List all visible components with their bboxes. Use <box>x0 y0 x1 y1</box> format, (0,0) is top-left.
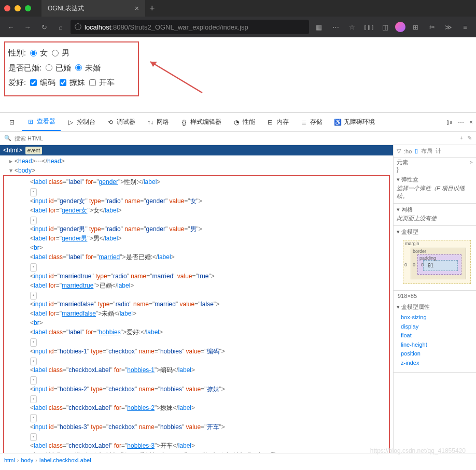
hobby-3-text: 开车 <box>99 75 115 90</box>
overflow-icon[interactable]: ≫ <box>442 20 455 34</box>
grid-section: ▾ 网格 此页面上没有使 <box>394 204 476 226</box>
dom-line[interactable]: <label for="gender女">女</label> <box>4 206 389 215</box>
filter-icon[interactable]: ▽ <box>397 148 401 154</box>
tab-storage[interactable]: ≣存储 <box>295 113 328 131</box>
dom-line[interactable]: • <box>4 215 389 225</box>
dom-body-open[interactable]: ▾<body> <box>0 166 393 175</box>
dom-line[interactable]: <label class="checkboxLabel" for="hobbie… <box>4 441 389 450</box>
dom-line[interactable]: • <box>4 262 389 272</box>
gender-male-radio[interactable] <box>52 50 59 56</box>
dom-line[interactable]: • <box>4 187 389 196</box>
menu-dots-icon[interactable]: ⋯ <box>329 20 342 34</box>
tab-network[interactable]: ↑↓网络 <box>142 113 174 131</box>
minimize-window-button[interactable] <box>15 5 21 11</box>
gender-male-text: 男 <box>62 46 69 61</box>
dom-line[interactable]: • <box>4 290 389 300</box>
rules-tab-compute[interactable]: 计 <box>436 147 441 155</box>
annotation-arrow-icon <box>143 54 205 95</box>
dom-line[interactable]: • <box>4 412 389 422</box>
dom-line[interactable]: • <box>4 432 389 441</box>
dom-line[interactable]: <br> <box>4 318 389 327</box>
hobbies-label: 爱好: <box>8 75 26 90</box>
html-search-input[interactable] <box>15 135 457 141</box>
hobby-3-checkbox[interactable] <box>89 79 96 86</box>
dom-line[interactable]: • <box>4 394 389 404</box>
box-model-prop[interactable]: float <box>401 331 469 340</box>
dom-panel[interactable]: <html> event ▸<head>⋯</head> ▾<body> <la… <box>0 145 393 453</box>
dom-line[interactable]: <br> <box>4 243 389 252</box>
dom-line[interactable]: <input id="marriedfalse" type="radio" na… <box>4 300 389 309</box>
rules-tab-layout[interactable]: 布局 <box>421 147 432 155</box>
hobby-2-checkbox[interactable] <box>60 79 66 86</box>
devtools-close-icon[interactable]: × <box>469 119 473 126</box>
url-bar[interactable]: ⓘ localhost:8080/Struts2_OGNL_war_explod… <box>71 20 309 34</box>
tab-performance[interactable]: ◔性能 <box>228 113 260 131</box>
breadcrumb-body[interactable]: body <box>21 457 33 463</box>
gender-female-radio[interactable] <box>30 50 37 56</box>
dom-line[interactable]: <input id="gender女" type="radio" name="g… <box>4 196 389 206</box>
dom-line[interactable]: <label class="label" for="hobbies">爱好:</… <box>4 327 389 337</box>
back-button[interactable]: ← <box>4 20 18 34</box>
toggle-classes-icon[interactable]: ▯ <box>415 148 418 154</box>
dom-line[interactable]: • <box>4 337 389 347</box>
tab-inspector[interactable]: ⊞查看器 <box>22 113 61 131</box>
inspect-element-button[interactable]: ⊡ <box>3 113 21 131</box>
reload-button[interactable]: ↻ <box>37 20 51 34</box>
dom-html-root[interactable]: <html> event <box>0 145 393 155</box>
dock-side-icon[interactable]: ⫿▯ <box>446 119 453 126</box>
add-node-icon[interactable]: + <box>460 135 463 141</box>
star-icon[interactable]: ☆ <box>345 20 359 34</box>
hobby-1-checkbox[interactable] <box>30 79 37 86</box>
new-tab-button[interactable]: + <box>149 3 155 14</box>
maximize-window-button[interactable] <box>25 5 31 11</box>
dom-line[interactable]: • <box>4 375 389 384</box>
dom-line[interactable]: <input id="gender男" type="radio" name="g… <box>4 224 389 234</box>
library-icon[interactable]: ⫿⫿⫿ <box>362 20 375 34</box>
box-model-prop[interactable]: line-height <box>401 340 469 350</box>
box-model-prop[interactable]: z-index <box>401 359 469 368</box>
tab-memory[interactable]: ⊟内存 <box>261 113 294 131</box>
dom-line[interactable]: <label for="marriedtrue">已婚</label> <box>4 281 389 290</box>
dom-line[interactable]: <label for="marriedfalse">未婚</label> <box>4 309 389 318</box>
qr-icon[interactable]: ▦ <box>312 20 326 34</box>
dom-line[interactable]: • <box>4 356 389 366</box>
filter-text[interactable]: :ho <box>404 148 412 154</box>
browser-tab[interactable]: OGNL表达式 × <box>41 0 145 17</box>
event-badge[interactable]: event <box>25 147 42 154</box>
dom-line[interactable]: <label class="label" for="married">是否已婚:… <box>4 252 389 262</box>
close-window-button[interactable] <box>4 5 10 11</box>
site-info-icon[interactable]: ⓘ <box>75 22 81 32</box>
addon-icon[interactable]: ⊞ <box>409 20 422 34</box>
devtools-menu-icon[interactable]: ⋯ <box>458 119 464 126</box>
box-model-prop[interactable]: box-sizing <box>401 313 469 322</box>
tab-console[interactable]: ▷控制台 <box>62 113 101 131</box>
sidebar-icon[interactable]: ◫ <box>379 20 392 34</box>
married-yes-radio[interactable] <box>46 64 52 71</box>
tab-debugger[interactable]: ⟲调试器 <box>102 113 141 131</box>
dom-head-line[interactable]: ▸<head>⋯</head> <box>0 156 393 166</box>
close-tab-icon[interactable]: × <box>135 4 139 12</box>
home-button[interactable]: ⌂ <box>54 20 67 34</box>
married-no-radio[interactable] <box>75 64 82 71</box>
dom-line[interactable]: <label class="label" for="gender">性别:</l… <box>4 177 389 187</box>
box-model-diagram: margin border padding 91 0 0 0 <box>397 236 473 288</box>
dom-line[interactable]: <input id="marriedtrue" type="radio" nam… <box>4 272 389 281</box>
tab-styleeditor[interactable]: {}样式编辑器 <box>175 113 227 131</box>
dom-line[interactable]: <label class="checkboxLabel" for="hobbie… <box>4 403 389 412</box>
dom-line[interactable]: <label class="checkboxLabel" for="hobbie… <box>4 365 389 375</box>
breadcrumb-label[interactable]: label.checkboxLabel <box>39 457 91 463</box>
dom-line[interactable]: <input id="hobbies-1" type="checkbox" na… <box>4 347 389 356</box>
screenshot-icon[interactable]: ✂ <box>425 20 439 34</box>
dom-line[interactable]: <label for="gender男">男</label> <box>4 234 389 243</box>
eyedropper-icon[interactable]: ✎ <box>467 135 472 141</box>
box-model-prop[interactable]: display <box>401 322 469 332</box>
breadcrumb-html[interactable]: html <box>4 457 15 463</box>
tab-accessibility[interactable]: ♿无障碍环境 <box>329 113 380 131</box>
box-model-prop[interactable]: position <box>401 349 469 359</box>
profile-icon[interactable] <box>395 22 405 32</box>
hamburger-icon[interactable]: ≡ <box>458 20 472 34</box>
flexbox-section: ▾ 弹性盒 选择一个弹性（F 项目以继续。 <box>394 174 476 204</box>
forward-button[interactable]: → <box>21 20 34 34</box>
dom-line[interactable]: <input id="hobbies-3" type="checkbox" na… <box>4 422 389 432</box>
dom-line[interactable]: <input id="hobbies-2" type="checkbox" na… <box>4 384 389 394</box>
